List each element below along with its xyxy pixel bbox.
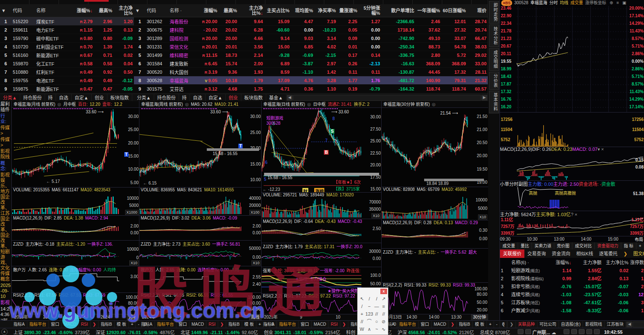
related-tab[interactable]: 图文F10 — [631, 249, 644, 258]
vertical-tab-技术分析[interactable]: 技术分析 — [489, 24, 499, 47]
bs-badge[interactable]: ●BS — [501, 0, 512, 6]
list-tab-自定[interactable]: 自定▲ — [72, 94, 92, 102]
list-tab-自选[interactable]: 自选 — [56, 94, 72, 102]
column-header[interactable]: 主力净比% — [113, 5, 134, 16]
drawing-tool-button[interactable]: ↗ — [380, 295, 387, 302]
toolbar-item[interactable]: - — [494, 321, 500, 328]
top-tab-strip[interactable] — [0, 0, 488, 4]
vertical-tab-分价表[interactable]: 分价表 — [489, 72, 499, 90]
table-row[interactable]: 4301231荣信文化R20.0120.013.5615.006.854.020… — [134, 43, 488, 51]
index-quote[interactable]: 北证1449.96-21.11-1.44%92.60亿 — [181, 329, 258, 335]
drawing-tool-button[interactable]: // — [380, 311, 387, 317]
toolbar-item[interactable]: 指标平台 — [155, 321, 176, 328]
table-row[interactable]: 3159790碳中和ETFR0.800.80-0.09 — [0, 34, 134, 43]
column-header[interactable]: 主买占比% — [264, 8, 291, 13]
toolbar-item[interactable]: 窗口 — [49, 321, 62, 328]
column-header[interactable]: 涨幅%↓ — [550, 259, 572, 267]
period-tag[interactable]: 30分钟 — [471, 314, 488, 320]
toolbar-item[interactable]: ❯ — [449, 321, 457, 328]
list-tab-创业[interactable]: 创业 — [226, 94, 241, 102]
table-row[interactable]: 7510880红利ETFR0.490.920.50 — [0, 68, 134, 76]
list-tab-板块指数[interactable]: 板块指数 — [241, 94, 266, 102]
index-quote[interactable]: 沪深4568.56-24.01-0.52%2126亿 — [398, 329, 474, 335]
toolbar-item[interactable]: ❯ — [91, 321, 99, 328]
related-tab[interactable]: 相似K线 — [573, 249, 596, 258]
tray-icon[interactable] — [586, 329, 592, 334]
related-row[interactable]: 2影视院线(最相似)0.992.84亿0.131 — [500, 275, 644, 283]
vertical-tab-成交明细[interactable]: 成交明细 — [489, 48, 499, 71]
column-header[interactable]: 代码 — [11, 8, 35, 13]
column-header[interactable]: 现均差% — [291, 8, 314, 13]
indicator-tab[interactable]: 成交对比 — [572, 242, 595, 249]
header-icon[interactable]: ≡ — [617, 0, 619, 5]
chart-pane-macd[interactable]: MACD(12,26,9)DIF: 3.02DEA: 3.06MACD: -0.… — [139, 215, 262, 240]
toolbar-item[interactable]: 窗口 — [419, 321, 432, 328]
chart-pane-price[interactable]: 21.5021.0020.5020.0019.5019.0021.54 ⟶18.… — [382, 107, 488, 187]
intraday-volume-pane[interactable]: 1725617256115041150457525752 — [500, 112, 644, 147]
chart-pane-zjzd[interactable]: ZJZD主力净比: 1.79主买占比: 17.31一换手Z: 20.030000… — [262, 243, 382, 267]
drawing-tool-button[interactable]: / — [358, 303, 366, 310]
related-row[interactable]: 5江苏板块(地区)-1.08-47.61亿-0.063 — [500, 299, 644, 307]
table-row[interactable]: 6159870化工ETFR0.580.580.04 — [0, 59, 134, 68]
toolbar-item[interactable]: 指标B — [99, 321, 115, 328]
table-row[interactable]: 5516160新能源ETFR0.670.710.02 — [0, 51, 134, 59]
related-row[interactable]: 1短剧游戏(概念)1.141.55亿0.022 — [500, 267, 644, 275]
list-tab-持[interactable]: 持 — [179, 94, 190, 102]
drawing-tool-button[interactable]: − — [366, 303, 373, 310]
toolbar-item[interactable]: MACD — [62, 321, 79, 328]
drawing-tool-button[interactable]: ≡ — [380, 303, 387, 310]
toolbar-item[interactable]: 模 板 — [242, 321, 257, 328]
list-tab-持仓股份[interactable]: 持仓股份 — [154, 94, 179, 102]
toolbar-item[interactable]: 指标A — [11, 321, 27, 328]
chart-pane-step[interactable]: 散户万人数: 2.65连降: 0.00连降幅度%: 0.00人均2.552.40 — [139, 266, 262, 292]
drawing-tool-button[interactable]: // — [358, 318, 366, 325]
index-quote[interactable]: 创业3041.31-18.01-0.59%2154亿 — [264, 329, 340, 335]
drawing-tool-button[interactable]: // — [373, 311, 380, 317]
column-header[interactable]: 主力净比%↓ — [238, 5, 264, 16]
toolbar-item[interactable]: 指标B — [226, 321, 242, 328]
period-tag[interactable]: 周线 — [249, 314, 262, 320]
chart-pane-none[interactable]: ZJZD主力净比: -主买占比: -一换手Z: 5.62超大 — [382, 248, 488, 282]
related-bottom-tab[interactable]: 自选股(含) — [559, 321, 583, 328]
column-header[interactable]: 净买率% — [314, 8, 337, 13]
drawing-tool-button[interactable]: / — [373, 295, 380, 302]
drawing-tool-button[interactable]: 123 — [366, 311, 373, 317]
column-header[interactable]: 主力净比% — [602, 259, 629, 267]
related-bottom-tab[interactable]: 可比公司 — [537, 321, 559, 328]
column-header[interactable]: 5分钟涨幅% — [358, 5, 381, 16]
toolbar-item[interactable]: 窗口 — [176, 321, 190, 328]
list-tab-创业[interactable]: 创业 — [92, 94, 107, 102]
tray-icon[interactable] — [594, 329, 600, 334]
drawing-tool-button[interactable]: / — [366, 295, 373, 302]
table-row[interactable]: 2300675建科院·20.0220.026.28-60.600.00-10.2… — [134, 26, 488, 34]
column-header[interactable]: 散户单增比 — [381, 8, 415, 13]
header-icon[interactable]: ⊕ — [609, 0, 613, 5]
toolbar-item[interactable]: 窗口 — [299, 321, 312, 328]
drawing-tool-button[interactable]: ~ — [373, 326, 380, 332]
table-row[interactable]: 1301262海看股份R20.0020.009.6415.094.477.192… — [134, 17, 488, 26]
indicator-tab[interactable]: 成交量 — [500, 242, 518, 249]
drawing-tool-button[interactable]: W — [358, 326, 366, 332]
chart-pane-vol[interactable]: VOLUME: 295721MA5: 189449MA10: 173020700… — [262, 192, 382, 219]
toolbar-item[interactable]: RSI — [79, 321, 91, 328]
indicator-tab[interactable]: + — [636, 242, 644, 249]
toolbar-item[interactable]: 模 板 — [473, 321, 487, 328]
vertical-tab-基本资料[interactable]: 基本资料 — [489, 91, 499, 113]
table-row[interactable]: 4510720红利国企ETFR0.701.391.74 — [0, 43, 134, 51]
header-icon[interactable]: ▣ — [623, 0, 626, 5]
list-tab-持[interactable]: 持 — [45, 94, 56, 102]
tray-icon[interactable] — [571, 329, 577, 334]
related-bottom-tab[interactable]: ❯ — [508, 321, 516, 328]
list-tab-持仓股份[interactable]: 持仓股份 — [20, 94, 45, 102]
drawing-tool-button[interactable]: — — [373, 303, 380, 310]
chart-pane-vol[interactable]: VOLUME: 836955MA5: 843621MA10: 161455540… — [139, 187, 262, 215]
chart-pane-vol[interactable]: VOLUME: 82808MA5: 65709MA10: 45992100005… — [382, 187, 488, 220]
toolbar-item[interactable]: + — [129, 321, 136, 328]
column-header[interactable]: 最高% — [94, 8, 114, 13]
related-bottom-tab[interactable]: ❮ — [500, 321, 508, 328]
related-tab[interactable]: 交易查询 — [524, 249, 549, 258]
chart-pane-macd[interactable]: MACD(12,26,9)DIF: 2.85DEA: 1.38MACD: 2.9… — [12, 215, 139, 240]
toolbar-item[interactable]: MACD — [432, 321, 449, 328]
toolbar-item[interactable]: 指标A — [261, 321, 277, 328]
related-tab[interactable]: 资金流向 — [549, 249, 573, 258]
